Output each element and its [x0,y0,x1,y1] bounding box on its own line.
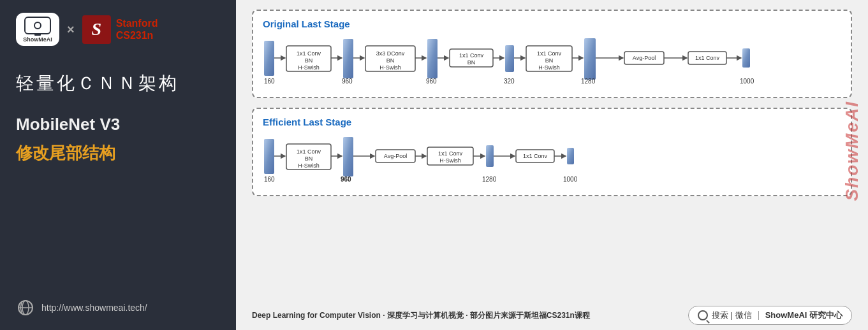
x-separator: × [67,22,75,37]
search-brand: ShowMeAI 研究中心 [765,310,842,321]
footer-text: Deep Learning for Computer Vision · 深度学习… [252,310,590,321]
svg-text:1000: 1000 [563,176,578,183]
svg-text:1x1 Conv: 1x1 Conv [438,150,463,157]
svg-text:Avg-Pool: Avg-Pool [633,55,656,61]
stanford-name: Stanford [116,17,158,29]
title-cn: 轻量化ＣＮＮ架构 [16,71,220,96]
svg-text:960: 960 [342,78,353,85]
efficient-network-svg: 160 1x1 Conv BN H-Swish 960 Avg-Pool [263,134,722,185]
efficient-title: Efficient Last Stage [263,117,841,127]
svg-text:1x1 Conv: 1x1 Conv [297,50,321,57]
svg-text:H-Swish: H-Swish [538,64,560,71]
original-diagram-box: Original Last Stage 160 1x1 Conv BN H-Sw… [252,10,852,98]
svg-text:960: 960 [426,78,437,85]
main-content: ShowMeAI Original Last Stage 160 1x1 Con… [236,0,868,330]
svg-text:1280: 1280 [581,78,596,85]
svg-text:160: 160 [264,78,275,85]
svg-rect-45 [264,139,274,174]
original-network-svg: 160 1x1 Conv BN H-Swish 960 3x3 DConv BN [263,36,824,87]
website-area: http://www.showmeai.tech/ [16,298,220,317]
search-icon [698,310,708,320]
footer-cn: 深度学习与计算机视觉 [387,311,464,320]
svg-text:H-Swish: H-Swish [298,64,320,71]
search-divider [758,311,759,320]
footer-suffix: · 部分图片来源于斯坦福CS231n课程 [464,311,590,320]
svg-rect-3 [264,41,274,76]
stanford-course: CS231n [116,29,158,41]
svg-text:1x1 Conv: 1x1 Conv [297,148,321,155]
website-icon [16,298,35,317]
stanford-s-icon: S [82,15,111,44]
diagram-area: ShowMeAI Original Last Stage 160 1x1 Con… [236,0,868,302]
svg-rect-43 [742,48,750,68]
svg-text:1000: 1000 [740,78,754,85]
search-box[interactable]: 搜索 | 微信 ShowMeAI 研究中心 [688,306,852,325]
svg-rect-11 [343,39,353,78]
svg-text:Avg-Pool: Avg-Pool [384,153,407,159]
subtitle-cn: 修改尾部结构 [16,142,220,164]
search-label: 搜索 | 微信 [712,310,752,321]
svg-rect-53 [343,137,353,176]
svg-rect-69 [567,148,574,164]
subtitle-en: MobileNet V3 [16,115,220,134]
logo-area: ShowMeAI × S Stanford CS231n [16,13,220,46]
sidebar: ShowMeAI × S Stanford CS231n 轻量化ＣＮＮ架构 Mo… [0,0,236,330]
svg-text:3x3 DConv: 3x3 DConv [376,50,405,57]
svg-text:BN: BN [305,57,313,64]
footer-prefix: Deep Learning for Computer Vision · [252,311,387,320]
svg-text:320: 320 [504,78,515,85]
svg-text:1280: 1280 [482,176,497,183]
svg-text:1x1 Conv: 1x1 Conv [523,153,548,159]
svg-text:160: 160 [264,176,275,183]
showmeai-logo-text: ShowMeAI [23,36,52,43]
svg-text:H-Swish: H-Swish [379,64,401,71]
efficient-diagram-box: Efficient Last Stage 160 1x1 Conv BN H-S… [252,108,852,196]
stanford-text: Stanford CS231n [116,17,158,41]
svg-text:H-Swish: H-Swish [298,162,320,169]
svg-text:BN: BN [545,57,554,64]
svg-text:BN: BN [305,155,313,162]
svg-rect-26 [505,45,514,72]
svg-text:1x1 Conv: 1x1 Conv [695,55,720,61]
footer-area: Deep Learning for Computer Vision · 深度学习… [236,302,868,330]
svg-rect-63 [486,145,494,167]
showmeai-logo: ShowMeAI [16,13,59,46]
showmeai-icon [24,17,51,34]
website-url[interactable]: http://www.showmeai.tech/ [41,303,147,313]
original-title: Original Last Stage [263,18,841,29]
svg-text:BN: BN [386,57,395,64]
svg-text:1x1 Conv: 1x1 Conv [459,52,484,59]
svg-rect-34 [584,38,596,80]
svg-text:H-Swish: H-Swish [439,157,461,164]
svg-text:960: 960 [341,176,351,183]
svg-text:BN: BN [467,59,476,66]
svg-text:1x1 Conv: 1x1 Conv [537,50,562,57]
svg-rect-19 [427,39,438,78]
stanford-logo: S Stanford CS231n [82,15,158,44]
